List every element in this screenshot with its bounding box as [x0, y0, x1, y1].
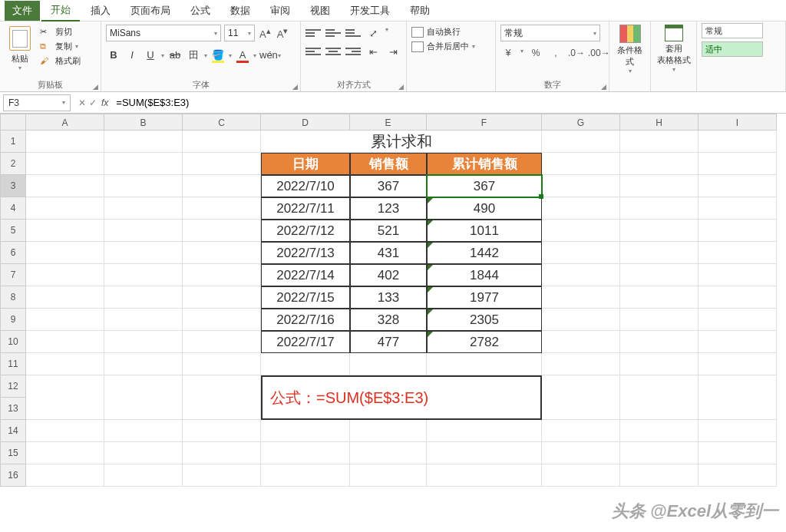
- cell-H9[interactable]: [620, 309, 698, 331]
- cell-C12[interactable]: [183, 375, 261, 420]
- table-format-button[interactable]: 套用 表格格式 ▾: [651, 21, 697, 91]
- cell-G15[interactable]: [542, 442, 620, 464]
- cell-E9[interactable]: 328: [350, 309, 427, 331]
- cell-C9[interactable]: [183, 309, 261, 331]
- increase-indent-button[interactable]: ⇥: [385, 45, 401, 60]
- cell-F15[interactable]: [427, 442, 542, 464]
- cell-B8[interactable]: [104, 286, 183, 309]
- cell-A10[interactable]: [26, 331, 104, 353]
- cell-I6[interactable]: [698, 242, 777, 264]
- row-header-6[interactable]: 6: [0, 242, 26, 264]
- cell-H14[interactable]: [620, 420, 698, 442]
- format-painter-button[interactable]: 🖌格式刷: [40, 55, 81, 67]
- cell-C4[interactable]: [183, 197, 261, 220]
- spreadsheet-grid[interactable]: ABCDEFGHI 12345678910111213141516 累计求和日期…: [0, 114, 786, 532]
- cell-H10[interactable]: [620, 331, 698, 353]
- cell-D16[interactable]: [261, 464, 350, 487]
- cell-D2[interactable]: 日期: [261, 153, 350, 175]
- font-size-select[interactable]: 11▾: [224, 25, 255, 41]
- cell-H12[interactable]: [620, 375, 698, 420]
- cell-F14[interactable]: [427, 420, 542, 442]
- conditional-format-button[interactable]: 条件格式 ▾: [609, 21, 651, 91]
- cell-G3[interactable]: [542, 175, 620, 197]
- cell-B12[interactable]: [104, 375, 183, 420]
- cell-E14[interactable]: [350, 420, 427, 442]
- cell-A6[interactable]: [26, 242, 104, 264]
- row-header-3[interactable]: 3: [0, 175, 26, 197]
- cell-H7[interactable]: [620, 264, 698, 286]
- cell-C6[interactable]: [183, 242, 261, 264]
- selected-cell[interactable]: 367: [427, 175, 542, 197]
- cell-I15[interactable]: [698, 442, 777, 464]
- cell-G2[interactable]: [542, 153, 620, 175]
- cancel-formula-button[interactable]: ✕: [78, 97, 86, 108]
- cell-C15[interactable]: [183, 442, 261, 464]
- cell-E4[interactable]: 123: [350, 197, 427, 220]
- cell-H1[interactable]: [620, 131, 698, 153]
- align-right-button[interactable]: [345, 45, 361, 58]
- paste-button[interactable]: 粘贴 ▾: [5, 23, 35, 81]
- cell-I2[interactable]: [698, 153, 777, 175]
- cell-H8[interactable]: [620, 286, 698, 309]
- align-left-button[interactable]: [305, 45, 321, 58]
- cell-H3[interactable]: [620, 175, 698, 197]
- cell-I14[interactable]: [698, 420, 777, 442]
- cell-I7[interactable]: [698, 264, 777, 286]
- cell-G10[interactable]: [542, 331, 620, 353]
- cell-B2[interactable]: [104, 153, 183, 175]
- tab-developer[interactable]: 开发工具: [341, 1, 399, 21]
- phonetic-button[interactable]: wén: [259, 48, 275, 63]
- cell-C11[interactable]: [183, 353, 261, 375]
- select-all-corner[interactable]: [0, 114, 26, 131]
- cell-C10[interactable]: [183, 331, 261, 353]
- border-button[interactable]: 田: [186, 48, 201, 63]
- decrease-font-button[interactable]: A▾: [276, 26, 290, 40]
- cell-F7[interactable]: 1844: [427, 264, 542, 286]
- cell-F16[interactable]: [427, 464, 542, 487]
- copy-button[interactable]: ⧉复制▾: [40, 41, 81, 52]
- cell-G6[interactable]: [542, 242, 620, 264]
- cell-C16[interactable]: [183, 464, 261, 487]
- cell-E6[interactable]: 431: [350, 242, 427, 264]
- cell-C14[interactable]: [183, 420, 261, 442]
- cell-A4[interactable]: [26, 197, 104, 220]
- strike-button[interactable]: ab: [167, 48, 183, 63]
- launcher-icon[interactable]: ◢: [601, 83, 606, 91]
- row-header-11[interactable]: 11: [0, 353, 26, 375]
- cell-I4[interactable]: [698, 197, 777, 220]
- column-header-A[interactable]: A: [26, 114, 104, 131]
- column-header-I[interactable]: I: [698, 114, 777, 131]
- cell-I9[interactable]: [698, 309, 777, 331]
- tab-view[interactable]: 视图: [301, 1, 339, 21]
- tab-formulas[interactable]: 公式: [181, 1, 220, 21]
- cell-D5[interactable]: 2022/7/12: [261, 220, 350, 242]
- cell-A2[interactable]: [26, 153, 104, 175]
- comma-button[interactable]: ,: [548, 48, 563, 61]
- cell-A16[interactable]: [26, 464, 104, 487]
- launcher-icon[interactable]: ◢: [292, 83, 298, 91]
- currency-button[interactable]: ¥: [500, 48, 516, 61]
- cell-I1[interactable]: [698, 131, 777, 153]
- cell-F10[interactable]: 2782: [427, 331, 542, 353]
- column-header-H[interactable]: H: [620, 114, 698, 131]
- launcher-icon[interactable]: ◢: [93, 83, 98, 91]
- cell-B6[interactable]: [104, 242, 183, 264]
- cell-C3[interactable]: [183, 175, 261, 197]
- cell-I5[interactable]: [698, 220, 777, 242]
- merge-center-button[interactable]: 合并后居中▾: [411, 41, 490, 52]
- align-center-button[interactable]: [325, 45, 341, 58]
- row-header-14[interactable]: 14: [0, 420, 26, 442]
- cell-E3[interactable]: 367: [350, 175, 427, 197]
- confirm-formula-button[interactable]: ✓: [89, 97, 97, 108]
- row-header-16[interactable]: 16: [0, 464, 26, 487]
- row-header-9[interactable]: 9: [0, 309, 26, 331]
- cell-E11[interactable]: [350, 353, 427, 375]
- tab-help[interactable]: 帮助: [401, 1, 439, 21]
- cell-A7[interactable]: [26, 264, 104, 286]
- orientation-button[interactable]: ⤢: [365, 26, 381, 41]
- cell-A5[interactable]: [26, 220, 104, 242]
- cell-C5[interactable]: [183, 220, 261, 242]
- cell-I10[interactable]: [698, 331, 777, 353]
- cell-B3[interactable]: [104, 175, 183, 197]
- number-format-select[interactable]: 常规▾: [500, 25, 600, 41]
